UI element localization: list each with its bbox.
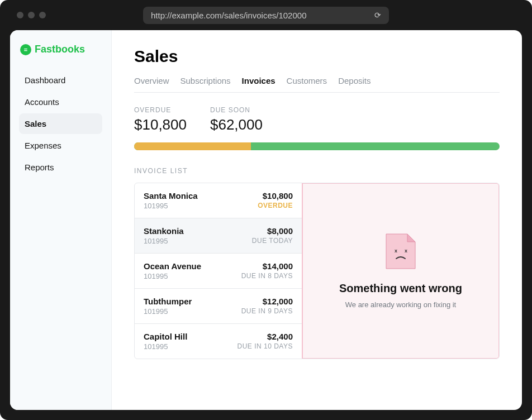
- invoice-amount: $12,000: [241, 297, 293, 306]
- invoice-status: OVERDUE: [258, 202, 293, 209]
- invoice-item[interactable]: Tubthumper101995$12,000DUE IN 9 DAYS: [135, 289, 302, 324]
- sidebar: = Fastbooks DashboardAccountsSalesExpens…: [10, 30, 112, 410]
- summary-due-soon: DUE SOON $62,000: [210, 106, 263, 133]
- summary-overdue-label: OVERDUE: [134, 106, 187, 114]
- invoice-name: Capitol Hill: [144, 332, 187, 341]
- summary-due-soon-label: DUE SOON: [210, 106, 263, 114]
- invoice-number: 101995: [144, 202, 198, 210]
- progress-overdue-segment: [134, 142, 251, 150]
- invoice-list: Santa Monica101995$10,800OVERDUEStankoni…: [135, 183, 302, 359]
- error-title: Something went wrong: [339, 282, 462, 295]
- invoice-amount: $8,000: [252, 226, 293, 236]
- sad-document-icon: x x: [385, 233, 416, 270]
- summary-due-soon-value: $62,000: [210, 116, 263, 133]
- window-controls: [17, 12, 46, 18]
- invoice-status: DUE IN 8 DAYS: [241, 272, 293, 280]
- invoice-item[interactable]: Ocean Avenue101995$14,000DUE IN 8 DAYS: [135, 254, 302, 289]
- tab-invoices[interactable]: Invoices: [242, 76, 276, 85]
- invoice-amount: $2,400: [238, 332, 293, 341]
- invoice-item[interactable]: Capitol Hill101995$2,400DUE IN 10 DAYS: [135, 324, 302, 359]
- invoice-number: 101995: [144, 307, 192, 316]
- url-text: http://example.com/sales/invoices/102000: [151, 11, 369, 20]
- invoice-status: DUE TODAY: [252, 237, 293, 245]
- browser-title-bar: http://example.com/sales/invoices/102000…: [10, 0, 522, 30]
- invoice-list-label: INVOICE LIST: [134, 167, 500, 175]
- invoice-name: Santa Monica: [144, 191, 198, 201]
- main-content: Sales OverviewSubscriptionsInvoicesCusto…: [112, 30, 522, 410]
- sidebar-item-expenses[interactable]: Expenses: [19, 135, 102, 156]
- summary-overdue-value: $10,800: [134, 116, 187, 133]
- brand-logo-icon: =: [20, 44, 31, 55]
- reload-icon[interactable]: ⟳: [374, 11, 381, 20]
- svg-text:x: x: [395, 248, 397, 254]
- browser-window: http://example.com/sales/invoices/102000…: [0, 0, 532, 420]
- sidebar-item-reports[interactable]: Reports: [19, 157, 102, 178]
- invoice-number: 101995: [144, 237, 184, 245]
- tabs: OverviewSubscriptionsInvoicesCustomersDe…: [134, 76, 500, 93]
- tab-customers[interactable]: Customers: [287, 76, 327, 85]
- invoice-item[interactable]: Stankonia101995$8,000DUE TODAY: [135, 218, 302, 254]
- app-frame: = Fastbooks DashboardAccountsSalesExpens…: [10, 30, 522, 410]
- page-title: Sales: [134, 47, 500, 66]
- tab-subscriptions[interactable]: Subscriptions: [180, 76, 231, 85]
- error-panel: x x Something went wrong We are already …: [302, 183, 500, 359]
- address-bar[interactable]: http://example.com/sales/invoices/102000…: [143, 7, 389, 24]
- brand[interactable]: = Fastbooks: [19, 44, 102, 55]
- tab-overview[interactable]: Overview: [134, 76, 169, 85]
- summary-overdue: OVERDUE $10,800: [134, 106, 187, 133]
- invoice-status: DUE IN 10 DAYS: [238, 342, 293, 350]
- close-window-button[interactable]: [17, 12, 23, 18]
- sidebar-nav: DashboardAccountsSalesExpensesReports: [19, 70, 102, 178]
- invoice-status: DUE IN 9 DAYS: [241, 307, 293, 315]
- progress-bar: [134, 142, 500, 150]
- invoice-content-row: Santa Monica101995$10,800OVERDUEStankoni…: [134, 183, 500, 359]
- invoice-name: Tubthumper: [144, 297, 192, 306]
- sidebar-item-sales[interactable]: Sales: [19, 113, 102, 134]
- svg-text:x: x: [405, 248, 407, 254]
- invoice-amount: $10,800: [258, 191, 293, 201]
- invoice-item[interactable]: Santa Monica101995$10,800OVERDUE: [135, 183, 302, 218]
- error-subtitle: We are already working on fixing it: [345, 300, 456, 309]
- summary: OVERDUE $10,800 DUE SOON $62,000: [134, 106, 500, 133]
- invoice-name: Stankonia: [144, 226, 184, 236]
- invoice-number: 101995: [144, 272, 201, 280]
- minimize-window-button[interactable]: [28, 12, 35, 18]
- brand-name: Fastbooks: [35, 44, 85, 55]
- sidebar-item-accounts[interactable]: Accounts: [19, 92, 102, 112]
- invoice-number: 101995: [144, 342, 187, 351]
- invoice-amount: $14,000: [241, 261, 293, 271]
- maximize-window-button[interactable]: [39, 12, 46, 18]
- sidebar-item-dashboard[interactable]: Dashboard: [19, 70, 102, 90]
- invoice-name: Ocean Avenue: [144, 261, 201, 271]
- tab-deposits[interactable]: Deposits: [338, 76, 370, 85]
